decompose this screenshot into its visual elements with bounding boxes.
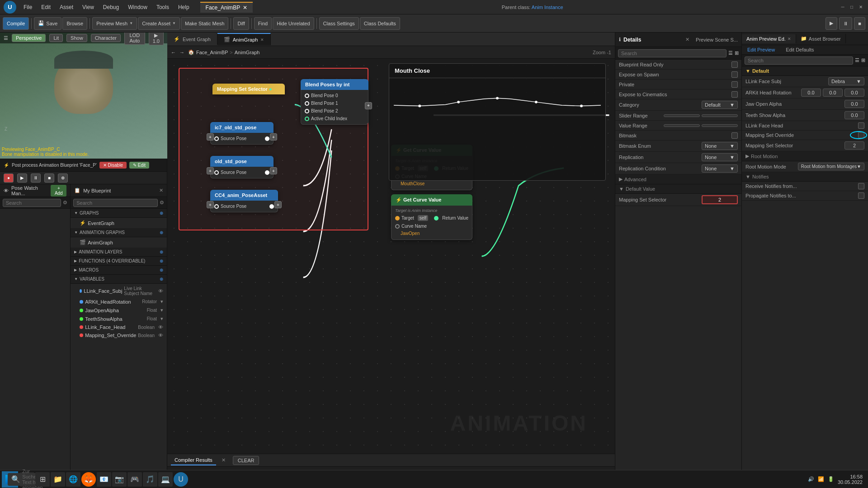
event-graph-tab[interactable]: ⚡ Event Graph — [167, 33, 217, 45]
notifies-section[interactable]: ▼ Notifies — [742, 172, 868, 182]
anim-preview-close-icon[interactable]: ✕ — [788, 37, 791, 41]
browse-button[interactable]: Browse — [62, 17, 87, 30]
expose-to-cinematics-checkbox[interactable] — [731, 91, 738, 98]
cc4-pose-node[interactable]: CC4_anim_PoseAsset Source Pose + + — [210, 190, 278, 212]
menu-debug[interactable]: Debug — [101, 3, 121, 11]
file-explorer-icon[interactable]: 📁 — [51, 472, 65, 487]
disable-button[interactable]: ✕ Disable — [99, 162, 127, 169]
class-defaults-button[interactable]: Class Defaults — [360, 17, 400, 30]
menu-file[interactable]: File — [22, 3, 34, 11]
clear-button[interactable]: CLEAR — [233, 456, 259, 465]
edit-defaults-tab[interactable]: Edit Defaults — [780, 45, 819, 54]
next-control-button[interactable]: ⊕ — [58, 174, 68, 183]
root-motion-section[interactable]: ▶ Root Motion — [742, 151, 868, 161]
arkit-y-value[interactable]: 0.0 — [823, 89, 843, 97]
add-pose-watch-button[interactable]: + Add — [51, 185, 66, 197]
variable-arkit-head-rotation[interactable]: ARKit_HeadRotation Rotator ▾ — [71, 297, 167, 306]
play-control-button[interactable]: ▶ — [17, 174, 27, 183]
compile-button[interactable]: Compile — [3, 17, 29, 30]
anim-graph-tab-close[interactable]: ✕ — [260, 38, 264, 42]
mapping-set-selector-value[interactable]: 2 — [702, 195, 738, 204]
eye-icon[interactable]: 👁 — [158, 288, 163, 294]
blueprint-tab-close[interactable]: ✕ — [243, 5, 247, 11]
details-grid-icon[interactable]: ⊞ — [735, 50, 739, 56]
blueprint-read-only-checkbox[interactable] — [731, 61, 738, 68]
macros-section[interactable]: ▶ MACROS ⊕ — [71, 266, 167, 275]
add-pin-left-2[interactable]: + — [207, 167, 214, 174]
tray-icon-2[interactable]: 📶 — [818, 476, 824, 482]
character-button[interactable]: Character — [91, 34, 121, 42]
mapping-set-selector-anim-value[interactable]: 2 — [844, 141, 864, 150]
receive-notifies-checkbox[interactable] — [858, 183, 864, 189]
record-button[interactable]: ● — [4, 174, 14, 183]
chevron-down-icon-3[interactable]: ▾ — [160, 307, 163, 313]
save-button[interactable]: 💾 Save — [34, 17, 61, 30]
variable-llink-face-head[interactable]: LLink_Face_Head Boolean 👁 — [71, 323, 167, 331]
find-button[interactable]: Find — [254, 17, 272, 30]
chevron-down-icon-2[interactable]: ▾ — [160, 299, 163, 305]
add-macros-icon[interactable]: ⊕ — [160, 267, 163, 272]
app-icon-3[interactable]: 🎮 — [127, 472, 142, 487]
anim-preview-search-input[interactable] — [745, 56, 853, 65]
functions-section[interactable]: ▶ FUNCTIONS (4 OVERRIDABLE) ⊕ — [71, 257, 167, 266]
chevron-down-icon-4[interactable]: ▾ — [160, 316, 163, 322]
category-dropdown[interactable]: Default ▼ — [702, 101, 738, 109]
animation-graphs-section[interactable]: ▼ ANIMATION GRAPHS ⊕ — [71, 228, 167, 237]
old-pose-node[interactable]: old_std_pose Source Pose + + — [210, 156, 274, 178]
nav-back-icon[interactable]: ← — [171, 50, 176, 55]
menu-edit[interactable]: Edit — [39, 3, 52, 11]
pose-watch-search-input[interactable] — [3, 199, 61, 207]
variable-llink-face-subj[interactable]: LLink_Face_Subj Live Link Subject Name 👁 — [71, 285, 167, 297]
anim-graph-item[interactable]: 🎬 AnimGraph — [71, 238, 167, 247]
lit-button[interactable]: Lit — [49, 34, 63, 42]
hamburger-icon[interactable]: ☰ — [4, 35, 8, 41]
default-value-section[interactable]: ▼ Default Value — [615, 184, 741, 194]
event-graph-item[interactable]: ⚡ EventGraph — [71, 219, 167, 227]
replication-dropdown[interactable]: None ▼ — [702, 153, 738, 161]
details-close-icon[interactable]: ✕ — [685, 37, 689, 42]
root-motion-mode-dropdown[interactable]: Root Motion from Montages ▼ — [798, 163, 864, 170]
ic7-pose-node[interactable]: ic7_old_std_pose Source Pose + + — [210, 122, 274, 145]
value-max[interactable] — [702, 124, 738, 127]
details-list-icon[interactable]: ☰ — [728, 50, 733, 56]
task-view-button[interactable]: ⊞ — [35, 472, 50, 487]
llink-face-subj-dropdown[interactable]: Debra ▼ — [828, 77, 864, 85]
arkit-x-value[interactable]: 0.0 — [801, 89, 821, 97]
app-icon-5[interactable]: 💻 — [158, 472, 173, 487]
edit-preview-tab[interactable]: Edit Preview — [742, 45, 780, 54]
add-variables-icon[interactable]: ⊕ — [160, 277, 163, 282]
app-icon-1[interactable]: 📧 — [97, 472, 111, 487]
mapping-set-selector-node[interactable]: Mapping Set Selector ● — [212, 84, 285, 94]
breadcrumb-root[interactable]: Face_AnimBP — [196, 50, 228, 55]
anim-preview-tab[interactable]: Anim Preview Ed. ✕ — [742, 34, 796, 43]
add-pin-right-2[interactable]: + — [270, 167, 277, 174]
compiler-results-tab[interactable]: Compiler Results — [171, 455, 216, 465]
add-pin-button[interactable]: + — [365, 102, 372, 109]
blueprint-tab[interactable]: Face_AnimBP ✕ — [200, 2, 253, 13]
browser-icon[interactable]: 🌐 — [66, 472, 80, 487]
app-icon-2[interactable]: 📷 — [112, 472, 127, 487]
play-button[interactable]: ▶ — [826, 17, 837, 30]
anim-preview-grid-icon[interactable]: ⊞ — [861, 57, 865, 63]
menu-view[interactable]: View — [80, 3, 96, 11]
variable-teeth-show-alpha[interactable]: TeethShowAlpha Float ▾ — [71, 314, 167, 323]
blend-poses-node[interactable]: Blend Poses by int Blend Pose 0 Blend Po… — [301, 79, 368, 125]
menu-help[interactable]: Help — [176, 3, 191, 11]
advanced-section[interactable]: ▶ Advanced — [615, 174, 741, 184]
edit-button[interactable]: ✎ Edit — [129, 162, 149, 169]
mapping-set-override-checkbox[interactable] — [858, 132, 864, 138]
minimize-button[interactable]: ─ — [839, 4, 846, 11]
asset-browser-tab[interactable]: 📁 Asset Browser — [796, 34, 846, 43]
menu-window[interactable]: Window — [126, 3, 149, 11]
pause-control-button[interactable]: ⏸ — [31, 174, 41, 183]
stop-button[interactable]: ■ — [854, 17, 865, 30]
graphs-section[interactable]: ▼ GRAPHS ⊕ — [71, 209, 167, 218]
preview-mesh-button[interactable]: Preview Mesh▼ — [92, 17, 137, 30]
perspective-button[interactable]: Perspective — [12, 34, 46, 42]
lod-button[interactable]: LOD Auto — [124, 33, 145, 45]
add-layers-icon[interactable]: ⊕ — [160, 249, 163, 254]
add-pin-right-button[interactable]: + — [270, 133, 277, 141]
gear-icon[interactable]: ⚙ — [63, 200, 67, 206]
class-settings-button[interactable]: Class Settings — [319, 17, 359, 30]
stop-control-button[interactable]: ■ — [44, 174, 54, 183]
